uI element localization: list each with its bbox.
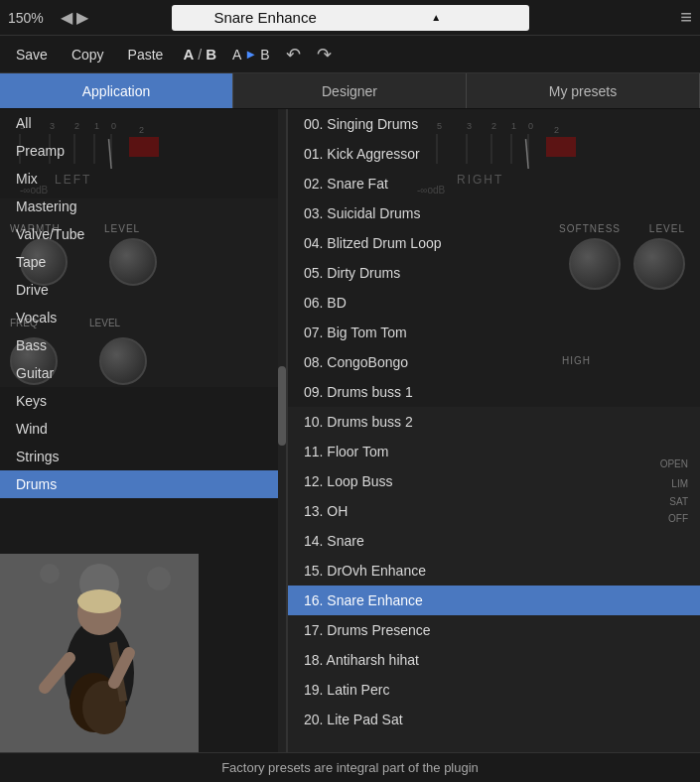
preset-item-01[interactable]: 01. Kick Aggressor	[288, 139, 700, 169]
thumbnail	[0, 554, 199, 752]
status-bar: Factory presets are integral part of the…	[0, 752, 700, 782]
sidebar-item-strings[interactable]: Strings	[0, 443, 286, 470]
nav-next-icon[interactable]: ▶	[76, 8, 88, 27]
preset-item-19[interactable]: 19. Latin Perc	[288, 675, 700, 705]
ab-selector: A / B	[183, 46, 216, 63]
tab-application[interactable]: Application	[0, 73, 233, 108]
preset-item-05[interactable]: 05. Dirty Drums	[288, 258, 700, 288]
preset-dropdown[interactable]: Snare Enhance ▲	[172, 5, 529, 31]
zoom-level: 150%	[8, 10, 53, 26]
sidebar-item-all[interactable]: All	[0, 109, 286, 137]
sat-label: SAT	[669, 496, 688, 507]
preset-item-07[interactable]: 07. Big Tom Tom	[288, 318, 700, 347]
sidebar-item-guitar[interactable]: Guitar	[0, 359, 286, 387]
a-copy-label: A	[232, 47, 241, 63]
dropdown-arrow-icon: ▲	[350, 12, 521, 23]
sidebar-categories: All Preamp Mix Mastering Valve/Tube Tape…	[0, 109, 286, 752]
preset-item-08[interactable]: 08. CongoBongo	[288, 347, 700, 377]
menu-icon[interactable]: ≡	[680, 6, 692, 29]
ab-arrow-icon: ►	[244, 47, 257, 62]
redo-button[interactable]: ↷	[317, 44, 332, 65]
preset-item-04[interactable]: 04. Blitzed Drum Loop	[288, 228, 700, 258]
preset-item-14[interactable]: 14. Snare	[288, 526, 700, 556]
svg-point-18	[40, 564, 60, 584]
sidebar-item-mastering[interactable]: Mastering	[0, 193, 286, 220]
preset-list-items: 00. Singing Drums 01. Kick Aggressor 02.…	[288, 109, 700, 734]
preset-list: 5 3 2 1 0 RIGHT -∞odB 2 SOFTNESS LEVE	[288, 109, 700, 752]
sidebar-item-keys[interactable]: Keys	[0, 387, 286, 415]
nav-arrows: ◀ ▶	[61, 8, 88, 27]
b2-label: B	[260, 47, 269, 63]
preset-item-09[interactable]: 09. Drums buss 1	[288, 377, 700, 407]
preset-item-06[interactable]: 06. BD	[288, 288, 700, 318]
preset-item-02[interactable]: 02. Snare Fat	[288, 169, 700, 198]
preset-item-13[interactable]: 13. OH	[288, 496, 700, 526]
preset-item-15[interactable]: 15. DrOvh Enhance	[288, 556, 700, 586]
sidebar-item-preamp[interactable]: Preamp	[0, 137, 286, 165]
sidebar-item-bass[interactable]: Bass	[0, 331, 286, 359]
thumbnail-svg	[0, 554, 199, 752]
preset-item-20[interactable]: 20. Lite Pad Sat	[288, 705, 700, 734]
lim-label: LIM	[671, 478, 688, 489]
copy-button[interactable]: Copy	[68, 45, 108, 65]
undo-button[interactable]: ↶	[286, 44, 301, 65]
open-label: OPEN	[660, 458, 688, 469]
scrollbar-thumb[interactable]	[278, 366, 286, 446]
status-message: Factory presets are integral part of the…	[221, 760, 479, 775]
b-button[interactable]: B	[206, 46, 216, 63]
sidebar-item-drums[interactable]: Drums	[0, 470, 286, 498]
sidebar-item-vocals[interactable]: Vocals	[0, 304, 286, 331]
sidebar-item-wind[interactable]: Wind	[0, 415, 286, 443]
ab-slash: /	[198, 47, 202, 63]
preset-item-03[interactable]: 03. Suicidal Drums	[288, 198, 700, 228]
ab-copy-group: A ► B	[232, 47, 270, 63]
preset-item-18[interactable]: 18. Antiharsh hihat	[288, 645, 700, 675]
main-content: 5 3 2 1 0 LEFT -∞odB 2 WARMTH LEVEL	[0, 109, 700, 752]
save-button[interactable]: Save	[12, 45, 52, 65]
preset-item-10[interactable]: 10. Drums buss 2	[288, 407, 700, 437]
sidebar-scrollbar[interactable]	[278, 109, 286, 752]
sidebar-item-mix[interactable]: Mix	[0, 165, 286, 193]
tab-designer[interactable]: Designer	[233, 73, 467, 108]
high-label: HIGH	[562, 355, 591, 366]
svg-point-22	[77, 589, 121, 613]
top-bar: 150% ◀ ▶ Snare Enhance ▲ ≡	[0, 0, 700, 36]
preset-item-00[interactable]: 00. Singing Drums	[288, 109, 700, 139]
paste-button[interactable]: Paste	[124, 45, 168, 65]
tab-mypresets[interactable]: My presets	[467, 73, 700, 108]
tab-bar: Application Designer My presets	[0, 73, 700, 109]
a-button[interactable]: A	[183, 46, 194, 63]
toolbar: Save Copy Paste A / B A ► B ↶ ↷	[0, 36, 700, 73]
preset-item-11[interactable]: 11. Floor Tom	[288, 437, 700, 466]
off-label: OFF	[668, 513, 688, 524]
preset-item-12[interactable]: 12. Loop Buss	[288, 466, 700, 496]
preset-name: Snare Enhance	[180, 9, 350, 26]
nav-prev-icon[interactable]: ◀	[61, 8, 72, 27]
sidebar: 5 3 2 1 0 LEFT -∞odB 2 WARMTH LEVEL	[0, 109, 288, 752]
preset-item-16[interactable]: 16. Snare Enhance	[288, 586, 700, 615]
preset-item-17[interactable]: 17. Drums Presence	[288, 615, 700, 645]
sidebar-item-tape[interactable]: Tape	[0, 248, 286, 276]
sidebar-item-drive[interactable]: Drive	[0, 276, 286, 304]
thumbnail-image	[0, 554, 199, 752]
svg-point-19	[147, 567, 171, 590]
sidebar-item-valve-tube[interactable]: Valve/Tube	[0, 220, 286, 248]
